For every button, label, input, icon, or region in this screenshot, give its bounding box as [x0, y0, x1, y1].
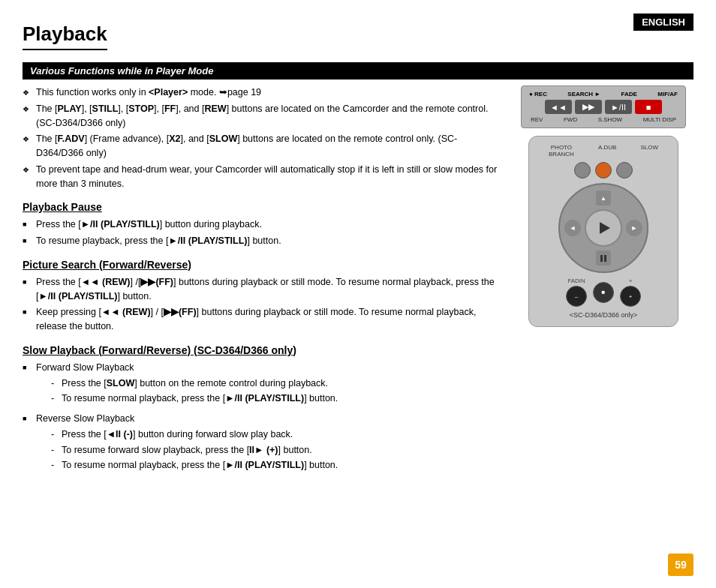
remote-top-labels-row: ● REC SEARCH ► FADE MIF/AF — [528, 91, 679, 98]
intro-bullets: This function works only in <Player> mod… — [23, 86, 498, 190]
remote-label-mif: MIF/AF — [657, 91, 678, 98]
dpad-outer-ring: ▲ ◄ — [558, 183, 648, 273]
remote-top-panel: ● REC SEARCH ► FADE MIF/AF ◄◄ ▶▶ ►/II ■ … — [521, 86, 686, 128]
remote-adub-label: A.DUB — [598, 144, 616, 158]
remote-rew-button[interactable]: ◄◄ — [545, 100, 572, 114]
reverse-slow-item-2: To resume forward slow playback, press t… — [51, 443, 498, 458]
remote-bottom-labels-row: REV FWD S.SHOW MULTI DISP — [528, 116, 679, 123]
playback-pause-title: Playback Pause — [23, 201, 498, 213]
right-column: ● REC SEARCH ► FADE MIF/AF ◄◄ ▶▶ ►/II ■ … — [513, 86, 693, 477]
intro-bullet-4: To prevent tape and head-drum wear, your… — [23, 163, 498, 191]
picture-search-item-2: Keep pressing [◄◄ (REW)] / [▶▶(FF)] butt… — [23, 305, 498, 334]
reverse-slow-item-3: To resume normal playback, press the [►/… — [51, 458, 498, 472]
dpad-top-button[interactable]: ▲ — [596, 190, 611, 206]
pause-bar-right — [604, 255, 606, 262]
play-triangle-icon — [600, 222, 610, 234]
slow-playback-forward: Forward Slow Playback Press the [SLOW] b… — [23, 361, 498, 406]
remote-main-body: PHOTOBRANCH A.DUB SLOW ▲ — [528, 136, 678, 327]
remote-dpad[interactable]: ▲ ◄ — [558, 183, 648, 273]
remote-slow-label: SLOW — [640, 144, 658, 158]
intro-bullet-2: The [PLAY], [STILL], [STOP], [FF], and [… — [23, 102, 498, 130]
playback-pause-item-2: To resume playback, press the [►/II (PLA… — [23, 234, 498, 248]
remote-bottom-row: FADIN – ■ + + — [566, 278, 641, 307]
slow-playback-title: Slow Playback (Forward/Reverse) (SC-D364… — [23, 344, 498, 356]
remote-stop-button[interactable]: ■ — [635, 100, 662, 114]
remote-stop-main-button[interactable]: ■ — [593, 282, 614, 303]
playback-pause-list: Press the [►/II (PLAY/STILL)] button dur… — [23, 218, 498, 248]
reverse-slow-item-1: Press the [◄II (-)] button during forwar… — [51, 428, 498, 442]
fadin-label: FADIN — [567, 278, 585, 284]
left-column: This function works only in <Player> mod… — [23, 86, 498, 477]
remote-fadin-button[interactable]: – — [566, 286, 587, 307]
main-content: This function works only in <Player> mod… — [23, 86, 693, 477]
remote-photo-label: PHOTOBRANCH — [549, 144, 574, 158]
pause-icon — [600, 255, 606, 262]
page-title: Playback — [23, 22, 107, 50]
remote-small-btn-2[interactable] — [595, 162, 612, 178]
reverse-slow-dash-list: Press the [◄II (-)] button during forwar… — [36, 428, 498, 472]
remote-fadeout-button[interactable]: + — [620, 286, 641, 307]
remote-label-sshow: S.SHOW — [598, 116, 622, 123]
remote-label-rec: ● REC — [529, 91, 547, 98]
slow-playback-list: Forward Slow Playback Press the [SLOW] b… — [23, 361, 498, 472]
remote-label-search: SEARCH ► — [567, 91, 600, 98]
remote-small-btn-1[interactable] — [574, 162, 591, 178]
remote-small-btn-3[interactable] — [616, 162, 633, 178]
page-container: ENGLISH Playback Various Functions while… — [0, 0, 716, 588]
dpad-left-button[interactable]: ◄ — [564, 220, 581, 236]
dpad-center-button[interactable] — [585, 209, 622, 247]
language-badge: ENGLISH — [633, 14, 693, 31]
remote-label-rev: REV — [531, 116, 543, 123]
forward-slow-item-1: Press the [SLOW] button on the remote co… — [51, 376, 498, 391]
remote-label-multi: MULTI DISP — [643, 116, 676, 123]
section-banner: Various Functions while in Player Mode — [23, 62, 693, 80]
pause-bar-left — [600, 255, 603, 262]
fadeout-label: + — [629, 278, 633, 284]
dpad-bottom-button[interactable] — [596, 250, 611, 266]
remote-top-buttons-row: ◄◄ ▶▶ ►/II ■ — [528, 100, 679, 114]
remote-label-fade: FADE — [621, 91, 637, 98]
playback-pause-item-1: Press the [►/II (PLAY/STILL)] button dur… — [23, 218, 498, 232]
intro-bullet-1: This function works only in <Player> mod… — [23, 86, 498, 100]
picture-search-title: Picture Search (Forward/Reverse) — [23, 259, 498, 271]
remote-fwd-button[interactable]: ▶▶ — [575, 100, 602, 114]
remote-caption: <SC-D364/D366 only> — [570, 311, 638, 319]
remote-play-button[interactable]: ►/II — [605, 100, 632, 114]
remote-label-fwd: FWD — [564, 116, 577, 123]
slow-playback-reverse: Reverse Slow Playback Press the [◄II (-)… — [23, 412, 498, 472]
dpad-right-button[interactable]: ► — [626, 220, 642, 236]
forward-slow-dash-list: Press the [SLOW] button on the remote co… — [36, 376, 498, 406]
page-number: 59 — [668, 554, 693, 576]
picture-search-item-1: Press the [◄◄ (REW)] /[▶▶(FF)] buttons d… — [23, 275, 498, 304]
remote-small-buttons — [574, 162, 633, 178]
forward-slow-item-2: To resume normal playback, press the [►/… — [51, 392, 498, 406]
remote-main-top-labels: PHOTOBRANCH A.DUB SLOW — [537, 144, 670, 158]
picture-search-list: Press the [◄◄ (REW)] /[▶▶(FF)] buttons d… — [23, 275, 498, 334]
intro-bullet-3: The [F.ADV] (Frame advance), [X2], and [… — [23, 132, 498, 160]
